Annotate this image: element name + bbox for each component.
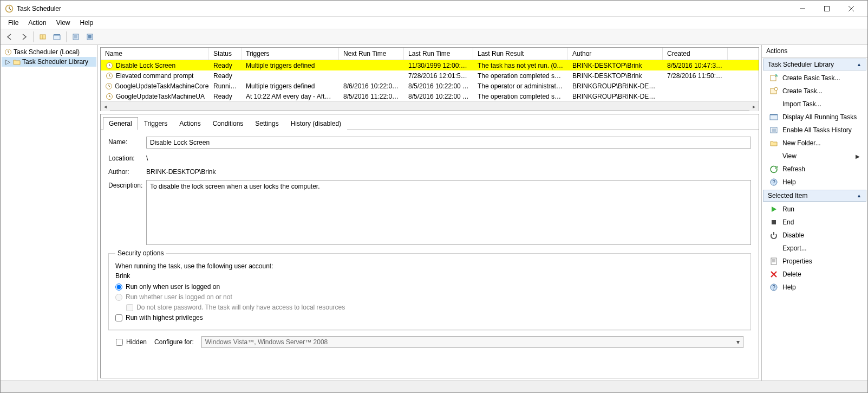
- cell-author: BRINK-DESKTOP\Brink: [568, 61, 663, 70]
- check-no-password[interactable]: [126, 304, 133, 311]
- collapse-icon: ▲: [857, 193, 862, 198]
- col-status[interactable]: Status: [209, 48, 242, 60]
- tab-history[interactable]: History (disabled): [285, 117, 347, 130]
- name-field[interactable]: [146, 137, 751, 149]
- task-row[interactable]: GoogleUpdateTaskMachineCoreRunningMultip…: [101, 81, 759, 91]
- task-row[interactable]: GoogleUpdateTaskMachineUAReadyAt 10:22 A…: [101, 91, 759, 101]
- menu-help[interactable]: Help: [76, 18, 98, 28]
- check-no-password-label: Do not store password. The task will onl…: [136, 304, 345, 311]
- actions-list-library: Create Basic Task...Create Task...Import…: [762, 72, 867, 189]
- action-refresh[interactable]: Refresh: [762, 163, 867, 176]
- maximize-button[interactable]: [814, 1, 839, 16]
- col-result[interactable]: Last Run Result: [473, 48, 568, 60]
- toolbar-btn-4[interactable]: [84, 31, 96, 43]
- cell-name: GoogleUpdateTaskMachineCore: [101, 81, 209, 91]
- cell-status: Running: [209, 82, 242, 91]
- col-triggers[interactable]: Triggers: [242, 48, 339, 60]
- col-name[interactable]: Name: [101, 48, 209, 60]
- expand-icon[interactable]: ▷: [4, 58, 11, 66]
- details-tabs: General Triggers Actions Conditions Sett…: [101, 114, 759, 130]
- author-value: BRINK-DESKTOP\Brink: [146, 166, 216, 176]
- action-label: Refresh: [782, 165, 805, 173]
- action-enable-all-tasks-history[interactable]: Enable All Tasks History: [762, 124, 867, 137]
- radio-logged-on[interactable]: [115, 284, 122, 291]
- display-running-icon: [769, 113, 778, 121]
- forward-button[interactable]: [18, 31, 30, 43]
- action-export[interactable]: Export...: [762, 242, 867, 255]
- actions-section-library[interactable]: Task Scheduler Library ▲: [763, 59, 866, 70]
- tab-conditions[interactable]: Conditions: [207, 117, 250, 130]
- action-import-task[interactable]: Import Task...: [762, 98, 867, 111]
- check-hidden[interactable]: [116, 339, 123, 346]
- svg-rect-13: [771, 75, 776, 81]
- action-help[interactable]: ?Help: [762, 281, 867, 294]
- task-list: Name Status Triggers Next Run Time Last …: [100, 47, 759, 111]
- app-icon: [5, 4, 14, 13]
- col-next[interactable]: Next Run Time: [339, 48, 404, 60]
- actions-section-selected-label: Selected Item: [768, 192, 807, 199]
- action-label: Run: [782, 205, 794, 213]
- back-button[interactable]: [4, 31, 16, 43]
- horizontal-scrollbar[interactable]: ◂ ▸: [101, 101, 759, 111]
- action-end[interactable]: End: [762, 216, 867, 229]
- action-new-folder[interactable]: New Folder...: [762, 137, 867, 150]
- action-label: Disable: [782, 231, 804, 239]
- minimize-button[interactable]: [790, 1, 814, 16]
- action-create-task[interactable]: Create Task...: [762, 85, 867, 98]
- check-highest-priv[interactable]: [115, 314, 122, 321]
- actions-section-selected[interactable]: Selected Item ▲: [763, 190, 866, 202]
- action-properties[interactable]: Properties: [762, 255, 867, 268]
- task-icon: [105, 92, 114, 101]
- toolbar-btn-3[interactable]: [70, 31, 82, 43]
- action-disable[interactable]: Disable: [762, 229, 867, 242]
- tree-library[interactable]: ▷ Task Scheduler Library: [2, 57, 96, 67]
- task-details: General Triggers Actions Conditions Sett…: [100, 114, 759, 378]
- tab-triggers[interactable]: Triggers: [138, 117, 174, 130]
- menubar: File Action View Help: [1, 17, 867, 29]
- submenu-arrow-icon: ▶: [856, 153, 860, 159]
- tab-general[interactable]: General: [103, 117, 138, 130]
- toolbar-btn-2[interactable]: [51, 31, 63, 43]
- close-button[interactable]: [839, 1, 863, 16]
- menu-action[interactable]: Action: [24, 18, 50, 28]
- scroll-right-icon[interactable]: ▸: [749, 102, 759, 111]
- action-run[interactable]: Run: [762, 203, 867, 216]
- svg-rect-16: [770, 115, 778, 120]
- collapse-icon: ▲: [857, 62, 862, 67]
- menu-view[interactable]: View: [52, 18, 75, 28]
- actions-header: Actions: [762, 45, 867, 57]
- configure-select[interactable]: Windows Vista™, Windows Server™ 2008: [201, 336, 743, 348]
- col-last[interactable]: Last Run Time: [404, 48, 473, 60]
- folder-icon: [12, 57, 21, 66]
- action-view[interactable]: View▶: [762, 150, 867, 163]
- task-row[interactable]: Disable Lock ScreenReadyMultiple trigger…: [101, 60, 759, 70]
- cell-name: Disable Lock Screen: [101, 61, 209, 70]
- action-delete[interactable]: Delete: [762, 268, 867, 281]
- menu-file[interactable]: File: [4, 18, 23, 28]
- scroll-left-icon[interactable]: ◂: [101, 102, 110, 111]
- radio-logged-or-not[interactable]: [115, 294, 122, 301]
- tab-settings[interactable]: Settings: [249, 117, 284, 130]
- help-icon: ?: [769, 178, 778, 186]
- task-icon: [105, 82, 113, 91]
- none-icon: [769, 244, 778, 253]
- action-help[interactable]: ?Help: [762, 176, 867, 189]
- tree-root[interactable]: Task Scheduler (Local): [2, 47, 96, 57]
- author-label: Author:: [108, 166, 146, 176]
- col-created[interactable]: Created: [663, 48, 728, 60]
- help-icon: ?: [769, 283, 778, 292]
- description-field[interactable]: [146, 180, 751, 245]
- task-row[interactable]: Elevated command promptReady7/28/2016 12…: [101, 70, 759, 81]
- action-create-basic-task[interactable]: Create Basic Task...: [762, 72, 867, 85]
- end-icon: [769, 218, 778, 227]
- refresh-icon: [769, 165, 778, 173]
- tab-actions[interactable]: Actions: [173, 117, 206, 130]
- description-label: Description:: [108, 180, 146, 189]
- col-author[interactable]: Author: [568, 48, 663, 60]
- main-area: Task Scheduler (Local) ▷ Task Scheduler …: [1, 45, 867, 381]
- actions-section-library-label: Task Scheduler Library: [768, 61, 834, 68]
- svg-rect-22: [771, 258, 776, 265]
- toolbar-btn-1[interactable]: [37, 31, 49, 43]
- action-display-all-running-tasks[interactable]: Display All Running Tasks: [762, 111, 867, 124]
- enable-history-icon: [769, 126, 778, 134]
